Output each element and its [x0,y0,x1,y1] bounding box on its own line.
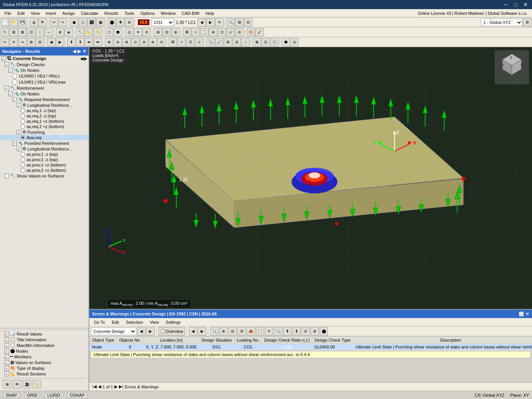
undo-btn[interactable]: ↩ [50,18,58,27]
view-extra[interactable]: ⚙ [523,18,531,27]
tb1-btn1[interactable]: ◼ [70,18,78,27]
tb2-26[interactable]: ⊜ [235,28,244,36]
tb1-btn3[interactable]: ⬛ [87,18,96,27]
minimize-button[interactable]: ─ [502,2,509,8]
redo-btn[interactable]: ↪ [59,18,67,27]
nav-punching[interactable]: ✓ ⚙ Punching [0,129,89,135]
nav-type-display[interactable]: ✓ 🎨 Type of display [0,365,89,371]
tb3-32[interactable]: ◎ [290,38,299,46]
footer-next[interactable]: ▶ [114,384,117,389]
cd-next[interactable]: ▶ [84,56,87,61]
tb2-12[interactable]: ⬡ [105,28,113,36]
menu-calculate[interactable]: Calculate [78,10,101,16]
nav-nodes[interactable]: ✓ ⬤ Nodes [0,348,89,354]
tb3-12[interactable]: ⊕ [105,38,113,46]
tb2-22[interactable]: ⌚ [200,28,209,36]
nav-title-info[interactable]: ✓ 📋 Title Information [0,337,89,342]
tb3-28[interactable]: ⊠ [253,38,261,46]
nav-members[interactable]: ✓ ━ Members [0,354,89,359]
nav-ul0400[interactable]: UL0400 | VEd / VRd,c [0,73,89,79]
tb3-25[interactable]: ⊞ [224,38,232,46]
nav-show-values[interactable]: 🔧 Show Values on Surfaces [0,173,89,179]
lgrid-toggle[interactable]: LGRID [44,392,63,398]
tb2-27[interactable]: 🎨 [247,28,255,36]
tb-zoom3[interactable]: ⊟ [244,18,252,27]
save-btn[interactable]: 💾 [18,18,27,27]
new-btn[interactable]: 📄 [1,18,9,27]
menu-cadbim[interactable]: CAD-BIM [179,10,202,16]
load-prev[interactable]: ◀ [198,18,206,27]
nav-result-sections[interactable]: ✓ 📐 Result Sections [0,371,89,377]
errors-menu-goto[interactable]: Go To [91,319,108,325]
nav-prov-reinf[interactable]: ✓ 🔩 Provided Reinforcement [0,140,89,146]
err-search-next[interactable]: ⬇ [292,327,301,336]
err-filter2[interactable]: ⊕ [219,327,228,336]
err-filter1[interactable]: 🔍 [210,327,218,336]
tb1-btn2[interactable]: ◻ [79,18,87,27]
nav-as-req2-bot[interactable]: as,req,2 +z (bottom) [0,124,89,129]
errors-restore[interactable]: ⬜ [519,312,524,317]
tb1-btn4[interactable]: ▦ [96,18,104,27]
nav-ul0401[interactable]: UL0401 | VEd / VRd,max [0,79,89,85]
tb3-21[interactable]: ⌬ [186,38,195,46]
snap-toggle[interactable]: SNAP [3,392,20,398]
load-next[interactable]: ▶ [206,18,215,27]
nav-long-reinf-1[interactable]: ✓ ⚙ Longitudinal Reinforce... [0,102,89,108]
nav-reinforcement[interactable]: ✓ 🔧 Reinforcement [0,85,89,91]
view-dropdown[interactable]: 1 - Global XYZ [481,19,522,26]
err-copy[interactable]: 📋 [256,327,264,336]
tb3-14[interactable]: ⊗ [122,38,131,46]
menu-insert[interactable]: Insert [43,10,59,16]
tb2-19[interactable]: ⊕ [171,28,180,36]
errors-menu-selection[interactable]: Selection [123,319,146,325]
tb3-11[interactable]: ➡ [93,38,102,46]
tb3-23[interactable]: 🔍 [206,38,215,46]
tb2-5[interactable]: ↕ [36,28,44,36]
err-tb2[interactable]: ▶ [198,327,206,336]
tb1-btn7[interactable]: ⊕ [125,18,133,27]
tb2-25[interactable]: ⌭ [226,28,235,36]
menu-results[interactable]: Results [101,10,122,16]
err-overview[interactable]: 📋 Overview [158,327,185,336]
tb2-1[interactable]: ↖ [1,28,9,36]
err-delete[interactable]: ✕ [265,327,273,336]
nav-maxmin-info[interactable]: ✓ 📋 Max/Min Information [0,342,89,348]
tb3-16[interactable]: ⊜ [140,38,148,46]
menu-options[interactable]: Options [137,10,158,16]
tb3-24[interactable]: 🔎 [215,38,223,46]
co-select[interactable]: CO1 [151,19,174,26]
menu-view[interactable]: View [28,10,43,16]
viewport-area[interactable]: CO1 - 1.35 * LC1 Loads [kN/m²] Concrete … [89,47,532,309]
tb3-20[interactable]: ⌗ [177,38,186,46]
nav-close[interactable]: ✕ [82,49,86,54]
tb2-21[interactable]: ⌗ [192,28,200,36]
nav-asw-req[interactable]: Asw,req [0,135,89,140]
footer-prev[interactable]: ◀ [98,384,101,389]
nav-icon-3[interactable]: 🎥 [23,380,31,388]
menu-assign[interactable]: Assign [59,10,78,16]
menu-window[interactable]: Window [158,10,179,16]
open-btn[interactable]: 📂 [10,18,18,27]
nav-on-nodes-1[interactable]: ✓ 🔩 On Nodes [0,67,89,73]
nav-as-req1-top[interactable]: as,req,1 -z (top) [0,108,89,113]
err-export[interactable]: 📤 [247,327,255,336]
nav-required-reinf[interactable]: ✓ 🔩 Required Reinforcement [0,97,89,102]
tb2-17[interactable]: ⊞ [154,28,162,36]
tb3-2[interactable]: ✕ [10,38,18,46]
nav-icon-1[interactable]: 🖥 [3,380,11,388]
footer-last[interactable]: ▶| [119,384,123,389]
tb3-13[interactable]: ⊘ [114,38,122,46]
tb3-10[interactable]: ⬅ [85,38,93,46]
nav-icon-2[interactable]: 👁 [13,380,21,388]
tb3-4[interactable]: ⊞ [27,38,35,46]
nav-as-prov1-bot[interactable]: as,prov,1 +z (bottom) [0,162,89,168]
osnap-toggle[interactable]: OSNAP [67,392,87,398]
nav-as-req1-bot[interactable]: as,req,1 +z (bottom) [0,119,89,124]
tb2-2[interactable]: ⊞ [10,28,18,36]
tb1-btn6[interactable]: ✚ [116,18,125,27]
tb2-8[interactable]: ◈ [65,28,73,36]
nav-result-values[interactable]: ✓ 📊 Result Values [0,331,89,337]
nav-as-prov2-bot[interactable]: as,prov,2 +z (bottom) [0,168,89,173]
nav-on-nodes-2[interactable]: ✓ 🔩 On Nodes [0,91,89,97]
errors-design-dropdown[interactable]: Concrete Design [91,328,136,335]
